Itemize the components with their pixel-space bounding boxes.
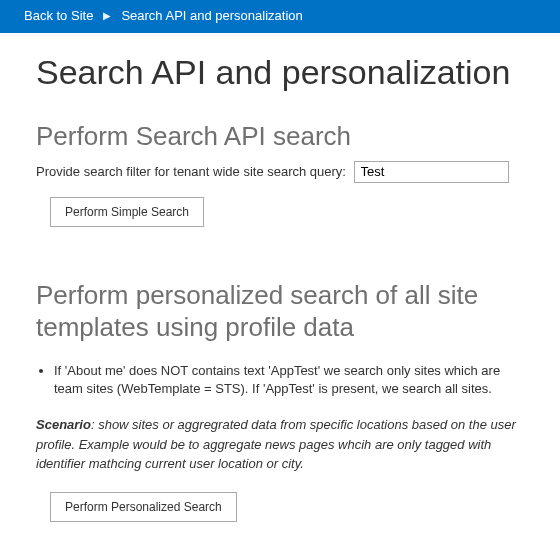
section-personalized-search-title: Perform personalized search of all site … xyxy=(36,279,528,344)
filter-row: Provide search filter for tenant wide si… xyxy=(36,161,528,183)
page-title: Search API and personalization xyxy=(36,53,528,92)
breadcrumb-current: Search API and personalization xyxy=(121,8,302,23)
notes-list: If 'About me' does NOT contains text 'Ap… xyxy=(36,362,528,400)
perform-simple-search-button[interactable]: Perform Simple Search xyxy=(50,197,204,227)
scenario-label: Scenario xyxy=(36,417,91,432)
breadcrumb-back-link[interactable]: Back to Site xyxy=(24,8,93,23)
section-simple-search-title: Perform Search API search xyxy=(36,120,528,153)
filter-label: Provide search filter for tenant wide si… xyxy=(36,164,346,179)
scenario-paragraph: Scenario: show sites or aggregrated data… xyxy=(36,415,528,474)
search-filter-input[interactable] xyxy=(354,161,509,183)
breadcrumb: Back to Site ▶ Search API and personaliz… xyxy=(0,0,560,33)
note-item: If 'About me' does NOT contains text 'Ap… xyxy=(54,362,528,400)
scenario-text: : show sites or aggregrated data from sp… xyxy=(36,417,516,471)
content-area: Search API and personalization Perform S… xyxy=(0,33,560,546)
chevron-right-icon: ▶ xyxy=(103,10,111,21)
perform-personalized-search-button[interactable]: Perform Personalized Search xyxy=(50,492,237,522)
